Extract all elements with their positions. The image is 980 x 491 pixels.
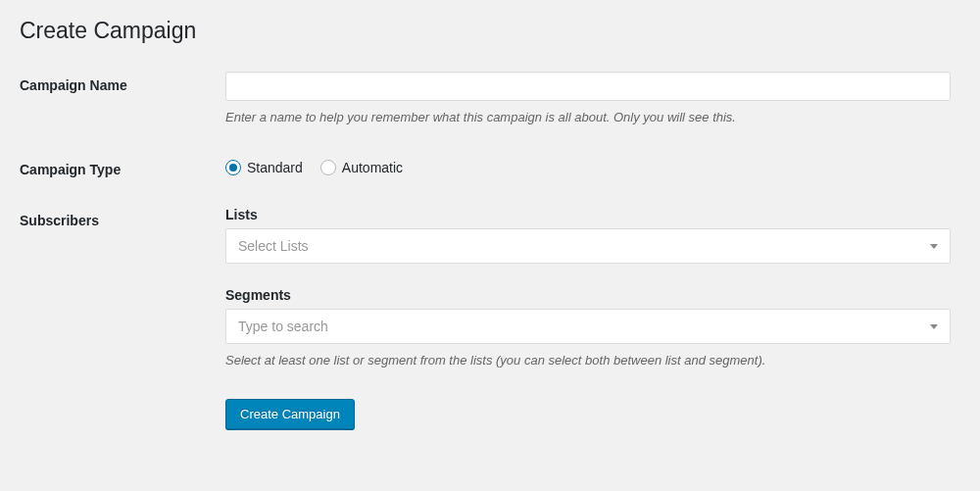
segments-select[interactable]: Type to search bbox=[225, 309, 951, 344]
page-title: Create Campaign bbox=[20, 18, 960, 44]
radio-standard-input[interactable] bbox=[225, 160, 241, 175]
radio-standard-label: Standard bbox=[247, 160, 303, 175]
campaign-type-label: Campaign Type bbox=[20, 156, 225, 177]
campaign-type-radio-group: Standard Automatic bbox=[225, 156, 951, 175]
radio-automatic[interactable]: Automatic bbox=[320, 160, 403, 175]
campaign-name-label: Campaign Name bbox=[20, 72, 225, 93]
chevron-down-icon bbox=[930, 244, 938, 249]
chevron-down-icon bbox=[930, 324, 938, 329]
create-campaign-button[interactable]: Create Campaign bbox=[225, 399, 355, 429]
campaign-name-input[interactable] bbox=[225, 72, 951, 101]
subscribers-help: Select at least one list or segment from… bbox=[225, 352, 951, 369]
campaign-name-help: Enter a name to help you remember what t… bbox=[225, 109, 951, 126]
lists-select[interactable]: Select Lists bbox=[225, 228, 951, 264]
lists-placeholder: Select Lists bbox=[238, 238, 309, 254]
segments-label: Segments bbox=[225, 287, 951, 303]
radio-automatic-label: Automatic bbox=[342, 160, 403, 175]
radio-automatic-input[interactable] bbox=[320, 160, 336, 175]
lists-label: Lists bbox=[225, 207, 951, 222]
segments-placeholder: Type to search bbox=[238, 319, 328, 334]
radio-standard[interactable]: Standard bbox=[225, 160, 303, 175]
subscribers-label: Subscribers bbox=[20, 207, 225, 228]
